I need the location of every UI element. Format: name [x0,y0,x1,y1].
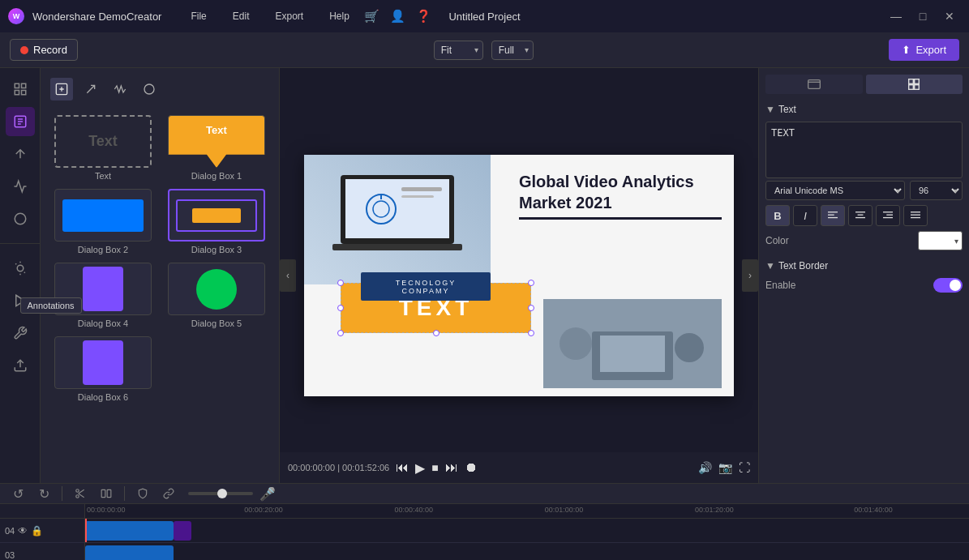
sidebar-icon-arrow[interactable] [6,139,35,169]
sidebar-icon-chart[interactable] [6,172,35,201]
maximize-button[interactable]: □ [911,8,934,24]
handle-tr[interactable] [528,280,534,286]
annotation-dialog-2-preview [54,189,152,242]
export-label: Export [915,44,946,56]
handle-ml[interactable] [337,305,344,311]
play-button[interactable]: ▶ [415,460,425,476]
canvas-title: Global Video Analytics Market 2021 [519,171,722,220]
sidebar-icon-circle[interactable] [6,204,35,233]
undo-button[interactable]: ↺ [8,484,28,503]
handle-tl[interactable] [337,280,344,286]
italic-button[interactable]: I [793,205,817,226]
track-04-lock[interactable]: 🔒 [31,525,43,536]
font-size-wrapper[interactable]: 96 72 48 [910,181,963,200]
svg-rect-1 [21,83,25,88]
zoom-thumb[interactable] [217,489,227,498]
canvas-nav-right[interactable]: › [742,259,758,292]
menu-edit[interactable]: Edit [228,7,255,25]
text-border-header: ▼ Text Border [765,260,963,271]
minimize-button[interactable]: — [885,8,907,24]
text-content-input[interactable]: TEXT [765,122,963,178]
quality-select[interactable]: Full Half [491,41,534,60]
annotation-dialog-2[interactable]: Dialog Box 2 [50,189,156,254]
bold-button[interactable]: B [765,205,790,226]
skip-forward-button[interactable]: ⏭ [445,460,458,475]
quality-select-wrapper[interactable]: Full Half [491,41,534,60]
fit-select-wrapper[interactable]: Fit 50% 100% [434,41,483,60]
handle-br[interactable] [528,330,534,336]
ann-circle-tool[interactable] [138,78,161,100]
canvas-nav-left[interactable]: ‹ [280,259,296,292]
skip-back-button[interactable]: ⏮ [396,460,409,475]
align-left-button[interactable] [821,205,845,226]
export-button[interactable]: ⬆ Export [889,39,959,61]
track-04-eye[interactable]: 👁 [18,525,28,536]
cut-button[interactable] [71,484,90,503]
text-section-arrow: ▼ [765,104,775,115]
enable-toggle[interactable] [933,278,963,293]
help-icon[interactable]: ❓ [414,6,434,26]
link-button[interactable] [159,484,178,503]
annotation-dialog-4[interactable]: Dialog Box 4 [50,263,156,328]
redo-button[interactable]: ↻ [34,484,54,503]
shield-button[interactable] [133,484,152,503]
ann-wave-tool[interactable] [109,78,131,100]
time-label-2: 00:00:40:00 [395,506,434,514]
track-04-label: 04 👁 🔒 [0,519,84,543]
handle-bm[interactable] [433,330,439,336]
timeline-clip-2[interactable] [174,521,191,541]
annotation-dialog-3[interactable]: Dialog Box 3 [164,189,269,254]
sidebar-icon-files[interactable] [6,75,35,104]
annotation-dialog-5[interactable]: Dialog Box 5 [164,263,269,328]
main-toolbar: Record Fit 50% 100% Full Half ⬆ Export [0,32,969,68]
time-label-0: 00:00:00:00 [87,506,126,514]
sidebar-icon-tools[interactable] [6,318,35,348]
color-swatch[interactable] [918,231,963,250]
cart-icon[interactable]: 🛒 [362,6,382,26]
annotation-dialog-6[interactable]: Dialog Box 6 [50,336,156,402]
annotation-dialog-3-label: Dialog Box 3 [191,245,242,254]
zoom-slider[interactable] [188,492,253,495]
fullscreen-button[interactable]: ⛶ [739,461,750,474]
svg-point-27 [560,327,592,360]
handle-mr[interactable] [528,305,534,311]
font-size-select[interactable]: 96 72 48 [910,181,963,200]
handle-bl[interactable] [337,330,344,336]
sidebar-icon-annotations[interactable]: Annotations [6,107,35,136]
annotation-dialog-1[interactable]: Text Dialog Box 1 [164,115,269,181]
text-border-section: ▼ Text Border Enable [765,260,963,293]
font-select[interactable]: Arial Unicode MS [765,181,905,200]
split-button[interactable] [96,484,116,503]
record-play-button[interactable]: ⏺ [465,460,478,475]
mic-button[interactable]: 🎤 [259,486,276,502]
preview-toggle[interactable] [765,75,863,94]
volume-button[interactable]: 🔊 [698,461,712,474]
justify-button[interactable] [903,205,928,226]
align-right-button[interactable] [876,205,900,226]
svg-rect-3 [21,91,25,95]
account-icon[interactable]: 👤 [388,6,408,26]
timeline-clip-1[interactable] [85,521,174,541]
sidebar-icon-upload[interactable] [6,351,35,380]
stop-button[interactable]: ■ [431,461,438,474]
timeline-clip-3[interactable] [85,545,174,560]
close-button[interactable]: ✕ [938,8,961,24]
align-center-button[interactable] [848,205,873,226]
camera-button[interactable]: 📷 [718,461,732,474]
record-button[interactable]: Record [10,39,78,61]
text-section-label: Text [778,104,796,115]
ann-cursor-tool[interactable] [50,78,73,100]
menu-file[interactable]: File [186,7,211,25]
company-text: TECNOLOGYCONPAMY [396,279,457,295]
menu-export[interactable]: Export [270,7,308,25]
ann-arrow-tool[interactable] [79,78,102,100]
font-select-wrapper[interactable]: Arial Unicode MS [765,181,905,200]
annotation-text[interactable]: Text Text [50,115,156,181]
tl-divider-1 [62,486,62,501]
timeline-tracks [85,519,969,560]
menu-help[interactable]: Help [324,7,354,25]
fit-select[interactable]: Fit 50% 100% [434,41,483,60]
properties-toggle[interactable] [866,75,963,94]
sidebar-icon-effects[interactable] [6,254,35,283]
svg-rect-33 [915,85,920,90]
